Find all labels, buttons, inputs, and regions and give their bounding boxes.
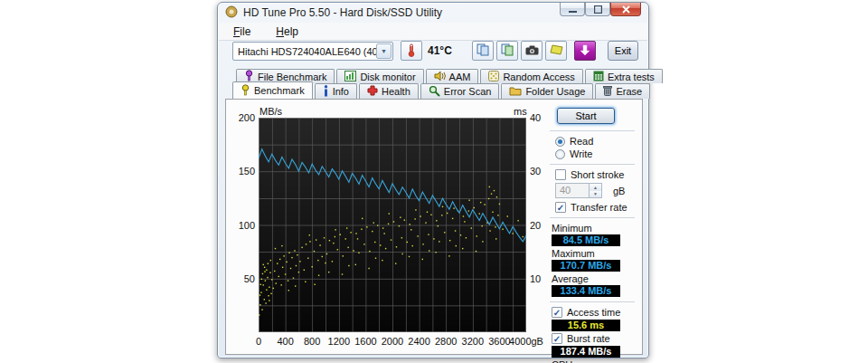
tab-aam[interactable]: AAM xyxy=(426,69,479,83)
left-axis-tick: 50 xyxy=(226,273,255,284)
minimize-button[interactable] xyxy=(560,3,585,16)
exit-button[interactable]: Exit xyxy=(608,41,638,61)
temperature-value: 41°C xyxy=(428,44,452,57)
tab-folder-usage[interactable]: Folder Usage xyxy=(501,83,593,99)
left-axis-tick: 150 xyxy=(226,166,255,177)
camera-icon xyxy=(525,45,539,57)
health-cross-icon xyxy=(367,85,378,98)
tab-label: Random Access xyxy=(503,72,574,82)
capacity-stepper[interactable]: ▲▼ xyxy=(590,183,602,198)
folder-icon xyxy=(509,86,522,98)
burst-rate-label: Burst rate xyxy=(567,333,610,344)
maximize-button[interactable] xyxy=(585,3,610,16)
titlebar[interactable]: HD Tune Pro 5.50 - Hard Disk/SSD Utility xyxy=(218,3,648,23)
trash-icon xyxy=(603,85,612,98)
toolbar: Hitachi HDS724040ALE640 (4000 gB) ▼ 41°C… xyxy=(218,41,648,64)
average-value: 133.4 MB/s xyxy=(552,285,620,297)
divider xyxy=(550,164,635,165)
magnifier-icon xyxy=(429,85,440,99)
divider xyxy=(550,301,635,302)
cpu-usage-label: CPU usage xyxy=(552,359,640,363)
benchmark-plot-canvas xyxy=(259,118,526,332)
benchmark-controls: Start Read Write Short stroke 40 ▲▼ gB ✓ xyxy=(548,106,640,363)
right-axis-unit: ms xyxy=(514,106,527,117)
read-radio-row[interactable]: Read xyxy=(555,136,640,147)
temperature-button[interactable] xyxy=(401,41,422,61)
menu-help[interactable]: Help xyxy=(272,24,302,40)
access-time-checkbox[interactable]: ✓ xyxy=(552,307,562,318)
download-button[interactable] xyxy=(574,41,596,61)
tab-label: Disk monitor xyxy=(360,72,415,82)
short-stroke-label: Short stroke xyxy=(571,169,624,180)
copy-icon xyxy=(476,43,489,58)
short-stroke-checkbox[interactable] xyxy=(555,169,566,180)
spin-down-icon[interactable]: ▼ xyxy=(590,191,601,198)
tab-label: Health xyxy=(382,86,410,97)
tab-health[interactable]: Health xyxy=(359,83,419,99)
burst-rate-row[interactable]: ✓ Burst rate xyxy=(552,333,640,344)
left-axis-tick: 200 xyxy=(226,112,255,123)
burst-rate-checkbox[interactable]: ✓ xyxy=(552,333,562,344)
tab-disk-monitor[interactable]: Disk monitor xyxy=(336,69,423,83)
average-label: Average xyxy=(552,273,640,284)
tab-error-scan[interactable]: Error Scan xyxy=(420,83,500,99)
capacity-spinner-row: 40 ▲▼ gB xyxy=(555,183,640,198)
write-radio[interactable] xyxy=(555,149,565,159)
close-button[interactable] xyxy=(610,3,641,16)
x-axis-tick: 4000gB xyxy=(506,336,546,347)
speaker-icon xyxy=(434,71,446,83)
transfer-rate-row[interactable]: ✓ Transfer rate xyxy=(555,202,640,213)
maximum-value: 170.7 MB/s xyxy=(552,260,620,272)
chevron-down-icon[interactable]: ▼ xyxy=(376,43,392,59)
read-radio[interactable] xyxy=(555,137,565,147)
grid-test-icon xyxy=(593,71,604,83)
copy-button[interactable] xyxy=(472,41,494,61)
tab-label: Extra tests xyxy=(608,72,655,82)
short-stroke-row[interactable]: Short stroke xyxy=(555,169,640,180)
divider xyxy=(550,217,635,218)
write-radio-row[interactable]: Write xyxy=(555,148,640,159)
divider xyxy=(550,130,635,131)
tab-label: Error Scan xyxy=(444,86,492,97)
app-window: HD Tune Pro 5.50 - Hard Disk/SSD Utility… xyxy=(217,2,649,358)
monitor-chart-icon xyxy=(344,71,356,83)
tab-label: Folder Usage xyxy=(525,86,585,97)
screenshot-button[interactable] xyxy=(521,41,542,61)
download-arrow-icon xyxy=(580,44,590,58)
tab-random-access[interactable]: Random Access xyxy=(480,69,582,83)
menubar: File Help xyxy=(219,23,647,41)
transfer-rate-checkbox[interactable]: ✓ xyxy=(555,202,566,213)
read-radio-label: Read xyxy=(570,136,593,147)
copy-file-icon xyxy=(501,43,514,58)
thermometer-icon xyxy=(408,43,415,59)
drive-select[interactable]: Hitachi HDS724040ALE640 (4000 gB) ▼ xyxy=(232,42,393,61)
tab-label: Benchmark xyxy=(254,85,305,96)
benchmark-tab-page: MB/s ms 20015010050403020100400800120016… xyxy=(225,99,643,355)
tab-label: AAM xyxy=(449,72,471,82)
note-icon xyxy=(550,44,563,57)
access-time-row[interactable]: ✓ Access time xyxy=(552,307,640,318)
tab-erase[interactable]: Erase xyxy=(595,83,650,99)
benchmark-chart: MB/s ms 20015010050403020100400800120016… xyxy=(226,100,552,356)
left-axis-unit: MB/s xyxy=(259,106,282,117)
tab-benchmark[interactable]: Benchmark xyxy=(232,81,313,99)
dice-icon xyxy=(488,71,499,83)
menu-file[interactable]: File xyxy=(230,24,254,40)
window-title: HD Tune Pro 5.50 - Hard Disk/SSD Utility xyxy=(243,6,442,19)
write-radio-label: Write xyxy=(570,148,592,159)
copy-file-button[interactable] xyxy=(496,41,518,61)
capacity-input[interactable]: 40 xyxy=(555,183,590,198)
minimum-label: Minimum xyxy=(552,223,640,234)
access-time-value: 15.6 ms xyxy=(552,320,620,331)
transfer-rate-label: Transfer rate xyxy=(571,202,627,213)
tab-extra-tests[interactable]: Extra tests xyxy=(585,69,663,83)
start-button[interactable]: Start xyxy=(557,108,615,124)
minimum-value: 84.5 MB/s xyxy=(552,234,620,246)
capacity-unit-label: gB xyxy=(613,186,625,196)
tab-row-front: Benchmark Info Health Error Scan Folder … xyxy=(232,83,652,99)
left-axis-tick: 100 xyxy=(226,220,255,231)
tab-info[interactable]: Info xyxy=(315,83,357,99)
spin-up-icon[interactable]: ▲ xyxy=(590,184,601,191)
note-button[interactable] xyxy=(545,41,567,61)
access-time-label: Access time xyxy=(567,307,620,318)
